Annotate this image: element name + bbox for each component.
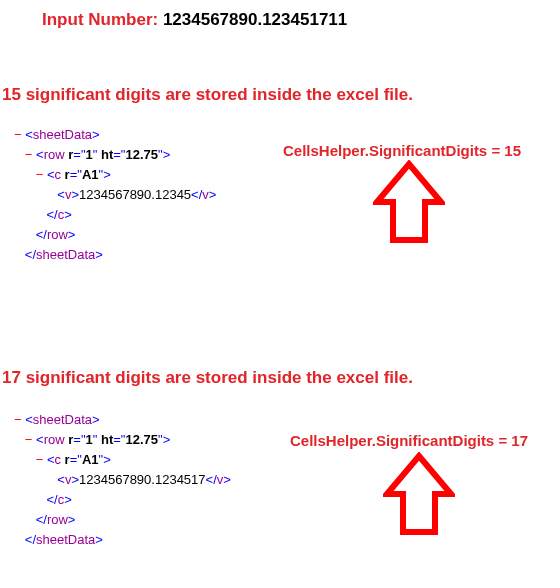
section-heading-17: 17 significant digits are stored inside … xyxy=(2,368,413,388)
xml-line: − <row r="1" ht="12.75"> xyxy=(14,145,216,165)
xml-line: − <sheetData> xyxy=(14,125,216,145)
xml-line: − <row r="1" ht="12.75"> xyxy=(14,430,231,450)
xml-line: <v>1234567890.1234517</v> xyxy=(14,470,231,490)
xml-line: </sheetData> xyxy=(14,245,216,265)
xml-line: </row> xyxy=(14,225,216,245)
up-arrow-icon-17 xyxy=(383,452,455,538)
section-heading-15: 15 significant digits are stored inside … xyxy=(2,85,413,105)
input-number-value: 1234567890.123451711 xyxy=(163,10,347,29)
xml-line: − <c r="A1"> xyxy=(14,450,231,470)
input-number-label: Input Number: xyxy=(42,10,163,29)
annotation-15: CellsHelper.SignificantDigits = 15 xyxy=(283,142,521,159)
xml-line: </c> xyxy=(14,205,216,225)
xml-line: − <sheetData> xyxy=(14,410,231,430)
up-arrow-icon-15 xyxy=(373,160,445,246)
xml-line: </row> xyxy=(14,510,231,530)
input-number-line: Input Number: 1234567890.123451711 xyxy=(42,10,347,30)
xml-line: − <c r="A1"> xyxy=(14,165,216,185)
xml-line: </sheetData> xyxy=(14,530,231,550)
xml-line: </c> xyxy=(14,490,231,510)
xml-block-17: − <sheetData> − <row r="1" ht="12.75"> −… xyxy=(14,410,231,550)
xml-line: <v>1234567890.12345</v> xyxy=(14,185,216,205)
xml-block-15: − <sheetData> − <row r="1" ht="12.75"> −… xyxy=(14,125,216,265)
annotation-17: CellsHelper.SignificantDigits = 17 xyxy=(290,432,528,449)
